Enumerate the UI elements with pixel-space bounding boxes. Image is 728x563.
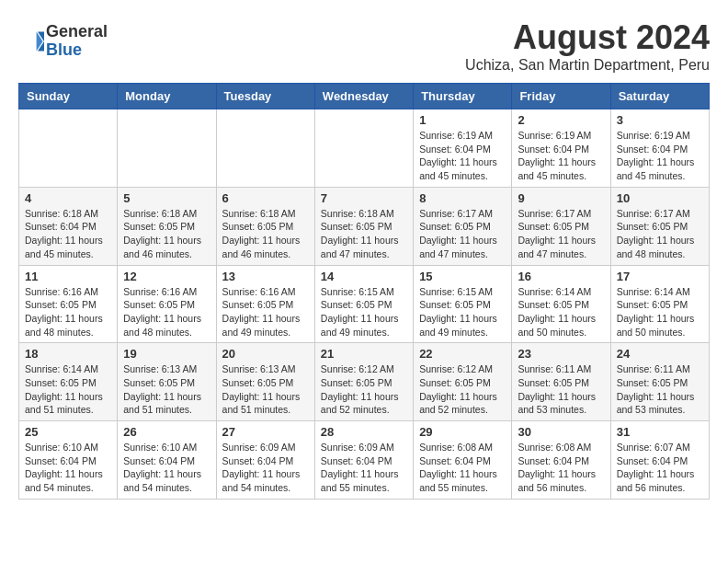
day-info: Sunrise: 6:09 AM Sunset: 6:04 PM Dayligh… xyxy=(321,441,407,495)
day-info: Sunrise: 6:16 AM Sunset: 6:05 PM Dayligh… xyxy=(222,285,309,339)
header-friday: Friday xyxy=(512,84,610,109)
day-info: Sunrise: 6:12 AM Sunset: 6:05 PM Dayligh… xyxy=(419,362,506,417)
calendar-cell: 14Sunrise: 6:15 AM Sunset: 6:05 PM Dayli… xyxy=(314,265,413,343)
day-number: 7 xyxy=(321,191,407,205)
calendar-week-row: 18Sunrise: 6:14 AM Sunset: 6:05 PM Dayli… xyxy=(19,343,710,421)
day-number: 21 xyxy=(321,347,407,361)
day-number: 28 xyxy=(321,425,407,439)
day-info: Sunrise: 6:16 AM Sunset: 6:05 PM Dayligh… xyxy=(123,285,210,339)
day-number: 4 xyxy=(25,191,111,205)
day-info: Sunrise: 6:08 AM Sunset: 6:04 PM Dayligh… xyxy=(518,441,604,495)
calendar-week-row: 4Sunrise: 6:18 AM Sunset: 6:04 PM Daylig… xyxy=(19,187,710,265)
calendar-cell: 21Sunrise: 6:12 AM Sunset: 6:05 PM Dayli… xyxy=(314,343,413,421)
day-number: 5 xyxy=(123,191,210,205)
day-number: 31 xyxy=(617,425,703,439)
calendar-cell: 3Sunrise: 6:19 AM Sunset: 6:04 PM Daylig… xyxy=(610,109,709,188)
calendar-cell: 10Sunrise: 6:17 AM Sunset: 6:05 PM Dayli… xyxy=(610,187,709,265)
day-number: 19 xyxy=(123,347,210,361)
day-number: 22 xyxy=(419,347,506,361)
calendar-cell: 4Sunrise: 6:18 AM Sunset: 6:04 PM Daylig… xyxy=(19,187,118,265)
location-subtitle: Uchiza, San Martin Department, Peru xyxy=(465,57,710,74)
calendar-cell: 2Sunrise: 6:19 AM Sunset: 6:04 PM Daylig… xyxy=(512,109,610,188)
day-info: Sunrise: 6:18 AM Sunset: 6:05 PM Dayligh… xyxy=(222,207,309,261)
day-number: 24 xyxy=(617,347,703,361)
header-sunday: Sunday xyxy=(19,84,118,109)
calendar-cell: 13Sunrise: 6:16 AM Sunset: 6:05 PM Dayli… xyxy=(216,265,314,343)
calendar-cell: 27Sunrise: 6:09 AM Sunset: 6:04 PM Dayli… xyxy=(216,421,314,500)
day-info: Sunrise: 6:16 AM Sunset: 6:05 PM Dayligh… xyxy=(25,285,111,339)
calendar-cell: 17Sunrise: 6:14 AM Sunset: 6:05 PM Dayli… xyxy=(610,265,709,343)
calendar-week-row: 11Sunrise: 6:16 AM Sunset: 6:05 PM Dayli… xyxy=(19,265,710,343)
day-info: Sunrise: 6:11 AM Sunset: 6:05 PM Dayligh… xyxy=(617,362,703,417)
calendar-cell: 22Sunrise: 6:12 AM Sunset: 6:05 PM Dayli… xyxy=(414,343,512,421)
day-number: 16 xyxy=(518,270,604,283)
day-info: Sunrise: 6:15 AM Sunset: 6:05 PM Dayligh… xyxy=(419,285,506,339)
day-info: Sunrise: 6:18 AM Sunset: 6:05 PM Dayligh… xyxy=(321,207,407,261)
header-saturday: Saturday xyxy=(610,84,709,109)
day-number: 12 xyxy=(123,270,210,283)
day-info: Sunrise: 6:14 AM Sunset: 6:05 PM Dayligh… xyxy=(518,285,604,339)
day-info: Sunrise: 6:14 AM Sunset: 6:05 PM Dayligh… xyxy=(25,362,111,417)
day-info: Sunrise: 6:19 AM Sunset: 6:04 PM Dayligh… xyxy=(518,129,604,183)
calendar-cell: 11Sunrise: 6:16 AM Sunset: 6:05 PM Dayli… xyxy=(19,265,118,343)
header-monday: Monday xyxy=(118,84,216,109)
day-info: Sunrise: 6:17 AM Sunset: 6:05 PM Dayligh… xyxy=(617,207,703,261)
calendar-cell: 12Sunrise: 6:16 AM Sunset: 6:05 PM Dayli… xyxy=(118,265,216,343)
day-info: Sunrise: 6:07 AM Sunset: 6:04 PM Dayligh… xyxy=(617,441,703,495)
day-info: Sunrise: 6:10 AM Sunset: 6:04 PM Dayligh… xyxy=(123,441,210,495)
calendar-cell: 16Sunrise: 6:14 AM Sunset: 6:05 PM Dayli… xyxy=(512,265,610,343)
day-number: 8 xyxy=(419,191,506,205)
header-tuesday: Tuesday xyxy=(216,84,314,109)
calendar-cell: 26Sunrise: 6:10 AM Sunset: 6:04 PM Dayli… xyxy=(118,421,216,500)
day-number: 29 xyxy=(419,425,506,439)
day-number: 20 xyxy=(222,347,309,361)
calendar-week-row: 1Sunrise: 6:19 AM Sunset: 6:04 PM Daylig… xyxy=(19,109,710,188)
day-number: 15 xyxy=(419,270,506,283)
day-info: Sunrise: 6:18 AM Sunset: 6:05 PM Dayligh… xyxy=(123,207,210,261)
header-wednesday: Wednesday xyxy=(314,84,413,109)
calendar-cell xyxy=(314,109,413,188)
day-info: Sunrise: 6:12 AM Sunset: 6:05 PM Dayligh… xyxy=(321,362,407,417)
logo-text: General Blue xyxy=(46,23,108,60)
day-number: 10 xyxy=(617,191,703,205)
logo-general-text: General xyxy=(46,23,108,41)
calendar-cell: 1Sunrise: 6:19 AM Sunset: 6:04 PM Daylig… xyxy=(414,109,512,188)
day-number: 9 xyxy=(518,191,604,205)
day-info: Sunrise: 6:13 AM Sunset: 6:05 PM Dayligh… xyxy=(222,362,309,417)
calendar-cell xyxy=(118,109,216,188)
page-header: General Blue August 2024 Uchiza, San Mar… xyxy=(18,18,710,74)
calendar-cell xyxy=(19,109,118,188)
day-info: Sunrise: 6:09 AM Sunset: 6:04 PM Dayligh… xyxy=(222,441,309,495)
calendar-cell: 6Sunrise: 6:18 AM Sunset: 6:05 PM Daylig… xyxy=(216,187,314,265)
calendar-cell: 29Sunrise: 6:08 AM Sunset: 6:04 PM Dayli… xyxy=(414,421,512,500)
calendar-header-row: SundayMondayTuesdayWednesdayThursdayFrid… xyxy=(19,84,710,109)
calendar-cell: 28Sunrise: 6:09 AM Sunset: 6:04 PM Dayli… xyxy=(314,421,413,500)
day-info: Sunrise: 6:13 AM Sunset: 6:05 PM Dayligh… xyxy=(123,362,210,417)
calendar-cell: 20Sunrise: 6:13 AM Sunset: 6:05 PM Dayli… xyxy=(216,343,314,421)
day-info: Sunrise: 6:11 AM Sunset: 6:05 PM Dayligh… xyxy=(518,362,604,417)
day-number: 23 xyxy=(518,347,604,361)
calendar-week-row: 25Sunrise: 6:10 AM Sunset: 6:04 PM Dayli… xyxy=(19,421,710,500)
day-number: 13 xyxy=(222,270,309,283)
calendar-cell: 23Sunrise: 6:11 AM Sunset: 6:05 PM Dayli… xyxy=(512,343,610,421)
calendar-cell: 31Sunrise: 6:07 AM Sunset: 6:04 PM Dayli… xyxy=(610,421,709,500)
calendar-cell: 8Sunrise: 6:17 AM Sunset: 6:05 PM Daylig… xyxy=(414,187,512,265)
day-info: Sunrise: 6:15 AM Sunset: 6:05 PM Dayligh… xyxy=(321,285,407,339)
logo-blue-text: Blue xyxy=(46,41,108,60)
day-info: Sunrise: 6:08 AM Sunset: 6:04 PM Dayligh… xyxy=(419,441,506,495)
day-info: Sunrise: 6:14 AM Sunset: 6:05 PM Dayligh… xyxy=(617,285,703,339)
day-info: Sunrise: 6:17 AM Sunset: 6:05 PM Dayligh… xyxy=(419,207,506,261)
day-info: Sunrise: 6:19 AM Sunset: 6:04 PM Dayligh… xyxy=(617,129,703,183)
calendar-cell: 24Sunrise: 6:11 AM Sunset: 6:05 PM Dayli… xyxy=(610,343,709,421)
day-number: 14 xyxy=(321,270,407,283)
title-section: August 2024 Uchiza, San Martin Departmen… xyxy=(465,18,710,74)
day-number: 26 xyxy=(123,425,210,439)
day-number: 2 xyxy=(518,113,604,127)
day-number: 11 xyxy=(25,270,111,283)
calendar-cell: 9Sunrise: 6:17 AM Sunset: 6:05 PM Daylig… xyxy=(512,187,610,265)
logo-icon xyxy=(18,29,44,54)
day-info: Sunrise: 6:18 AM Sunset: 6:04 PM Dayligh… xyxy=(25,207,111,261)
day-number: 25 xyxy=(25,425,111,439)
day-info: Sunrise: 6:19 AM Sunset: 6:04 PM Dayligh… xyxy=(419,129,506,183)
day-info: Sunrise: 6:17 AM Sunset: 6:05 PM Dayligh… xyxy=(518,207,604,261)
